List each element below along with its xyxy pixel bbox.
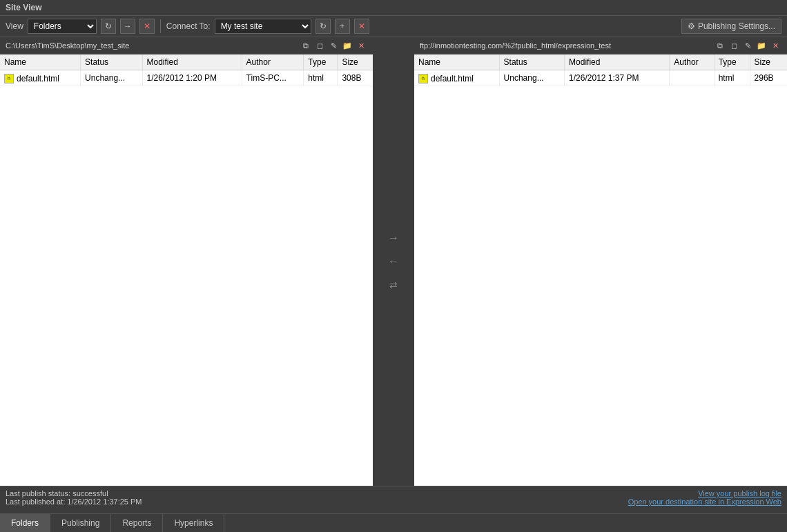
- left-pane-path-bar: C:\Users\TimS\Desktop\my_test_site ⧉ ◻ ✎…: [0, 37, 373, 55]
- right-pane-path: ftp://inmotiontesting.com/%2fpublic_html…: [420, 41, 611, 50]
- right-pane-path-bar: ftp://inmotiontesting.com/%2fpublic_html…: [414, 37, 787, 55]
- right-pane: ftp://inmotiontesting.com/%2fpublic_html…: [414, 37, 787, 486]
- left-pane-copy-btn[interactable]: ⧉: [300, 39, 312, 52]
- file-type-cell: html: [714, 70, 750, 86]
- status-line2: Last published at: 1/26/2012 1:37:25 PM: [6, 497, 142, 506]
- right-pane-new-btn[interactable]: ◻: [728, 39, 740, 52]
- right-col-type[interactable]: Type: [714, 55, 750, 70]
- connect-to-add-btn[interactable]: +: [335, 19, 350, 34]
- tab-reports[interactable]: Reports: [111, 514, 163, 532]
- right-pane-close-btn[interactable]: ✕: [769, 39, 781, 52]
- left-pane-thead: Name Status Modified Author Type Size: [0, 55, 373, 70]
- tab-publishing[interactable]: Publishing: [50, 514, 111, 532]
- right-col-modified[interactable]: Modified: [565, 55, 670, 70]
- right-col-author[interactable]: Author: [670, 55, 714, 70]
- right-col-size[interactable]: Size: [750, 55, 787, 70]
- tab-hyperlinks[interactable]: Hyperlinks: [163, 514, 224, 532]
- right-col-status[interactable]: Status: [499, 55, 565, 70]
- right-pane-icons: ⧉ ◻ ✎ 📁 ✕: [714, 39, 781, 52]
- right-pane-tbody: h default.html Unchang... 1/26/2012 1:37…: [414, 70, 787, 86]
- pane-divider: → ← ⇄: [373, 37, 414, 486]
- title-label: Site View: [6, 3, 41, 12]
- view-select[interactable]: Folders: [28, 19, 97, 34]
- publishing-settings-label: Publishing Settings...: [698, 21, 775, 31]
- left-col-size[interactable]: Size: [338, 55, 373, 70]
- left-pane: C:\Users\TimS\Desktop\my_test_site ⧉ ◻ ✎…: [0, 37, 373, 486]
- left-col-name[interactable]: Name: [0, 55, 81, 70]
- file-status-cell: Unchang...: [81, 70, 142, 86]
- toolbar-publish-btn[interactable]: →: [120, 19, 135, 34]
- right-pane-table: Name Status Modified Author Type Size h …: [414, 55, 787, 86]
- html-file-icon: h: [4, 74, 14, 83]
- right-pane-folder-btn[interactable]: 📁: [755, 39, 768, 52]
- connect-to-refresh-btn[interactable]: ↻: [315, 19, 331, 34]
- connect-to-select[interactable]: My test site: [215, 19, 311, 34]
- right-pane-table-container: Name Status Modified Author Type Size h …: [414, 55, 787, 486]
- left-pane-tbody: h default.html Unchang... 1/26/2012 1:20…: [0, 70, 373, 86]
- connect-to-label: Connect To:: [166, 21, 211, 31]
- left-col-author[interactable]: Author: [242, 55, 304, 70]
- table-row[interactable]: h default.html Unchang... 1/26/2012 1:20…: [0, 70, 373, 86]
- tab-bar: Folders Publishing Reports Hyperlinks: [0, 513, 787, 532]
- publish-to-remote-btn[interactable]: →: [384, 230, 403, 246]
- view-label: View: [6, 21, 23, 31]
- status-left: Last publish status: successful Last pub…: [6, 489, 142, 506]
- toolbar-refresh-btn[interactable]: ↻: [101, 19, 116, 34]
- file-status-cell: Unchang...: [499, 70, 565, 86]
- settings-icon: ⚙: [688, 21, 695, 31]
- left-col-status[interactable]: Status: [81, 55, 142, 70]
- view-publish-log-link[interactable]: View your publish log file: [628, 489, 781, 497]
- table-row[interactable]: h default.html Unchang... 1/26/2012 1:37…: [414, 70, 787, 86]
- left-pane-folder-btn[interactable]: 📁: [341, 39, 353, 52]
- left-col-modified[interactable]: Modified: [142, 55, 242, 70]
- file-name-cell: h default.html: [0, 70, 81, 86]
- right-pane-thead: Name Status Modified Author Type Size: [414, 55, 787, 70]
- file-name-cell: h default.html: [414, 70, 499, 86]
- file-author-cell: TimS-PC...: [242, 70, 304, 86]
- main-content: C:\Users\TimS\Desktop\my_test_site ⧉ ◻ ✎…: [0, 37, 787, 486]
- file-size-cell: 296B: [750, 70, 787, 86]
- status-line1: Last publish status: successful: [6, 489, 142, 497]
- file-icon: h default.html: [418, 74, 474, 83]
- file-type-cell: html: [304, 70, 338, 86]
- file-author-cell: [670, 70, 714, 86]
- tab-folders[interactable]: Folders: [0, 514, 50, 532]
- left-pane-new-btn[interactable]: ◻: [313, 39, 326, 52]
- left-pane-path: C:\Users\TimS\Desktop\my_test_site: [6, 41, 129, 50]
- right-pane-edit-btn[interactable]: ✎: [741, 39, 754, 52]
- sync-btn[interactable]: ⇄: [384, 277, 403, 293]
- file-modified-cell: 1/26/2012 1:37 PM: [565, 70, 670, 86]
- file-modified-cell: 1/26/2012 1:20 PM: [142, 70, 242, 86]
- left-pane-edit-btn[interactable]: ✎: [327, 39, 340, 52]
- toolbar: View Folders ↻ → ✕ Connect To: My test s…: [0, 16, 787, 37]
- title-bar: Site View: [0, 0, 787, 16]
- toolbar-stop-btn[interactable]: ✕: [139, 19, 155, 34]
- left-pane-table: Name Status Modified Author Type Size h …: [0, 55, 373, 86]
- connect-to-stop-btn[interactable]: ✕: [354, 19, 369, 34]
- left-pane-icons: ⧉ ◻ ✎ 📁 ✕: [300, 39, 367, 52]
- get-from-remote-btn[interactable]: ←: [384, 254, 403, 269]
- right-pane-copy-btn[interactable]: ⧉: [714, 39, 726, 52]
- file-icon: h default.html: [4, 74, 59, 83]
- status-bar: Last publish status: successful Last pub…: [0, 486, 787, 513]
- left-pane-table-container: Name Status Modified Author Type Size h …: [0, 55, 373, 486]
- open-destination-link[interactable]: Open your destination site in Expression…: [628, 497, 781, 506]
- html-file-icon: h: [418, 74, 428, 83]
- file-size-cell: 308B: [338, 70, 373, 86]
- status-right: View your publish log file Open your des…: [628, 489, 781, 506]
- publishing-settings-button[interactable]: ⚙ Publishing Settings...: [681, 19, 781, 34]
- left-pane-close-btn[interactable]: ✕: [355, 39, 367, 52]
- toolbar-separator: [160, 19, 161, 33]
- right-col-name[interactable]: Name: [414, 55, 499, 70]
- left-col-type[interactable]: Type: [304, 55, 338, 70]
